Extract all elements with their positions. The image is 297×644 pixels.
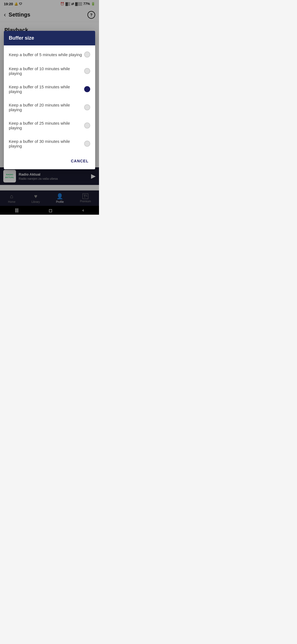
radio-option-20min[interactable]: Keep a buffer of 20 minutes while playin…	[4, 98, 95, 116]
dialog-header: Buffer size	[4, 31, 95, 45]
radio-option-25min[interactable]: Keep a buffer of 25 minutes while playin…	[4, 116, 95, 135]
radio-option-label-10min: Keep a buffer of 10 minutes while playin…	[9, 66, 84, 76]
cancel-button[interactable]: CANCEL	[69, 157, 91, 165]
radio-option-label-20min: Keep a buffer of 20 minutes while playin…	[9, 103, 84, 112]
radio-circle-5min	[84, 51, 90, 58]
android-menu-button[interactable]: |||	[15, 208, 18, 213]
radio-circle-10min	[84, 68, 90, 74]
radio-option-label-30min: Keep a buffer of 30 minutes while playin…	[9, 139, 84, 148]
dialog-actions: CANCEL	[4, 154, 95, 169]
radio-option-label-5min: Keep a buffer of 5 minutes while playing	[9, 52, 82, 57]
android-back-button[interactable]: ‹	[82, 208, 84, 213]
buffer-size-dialog: Buffer size Keep a buffer of 5 minutes w…	[4, 31, 95, 169]
radio-circle-30min	[84, 141, 90, 147]
radio-option-15min[interactable]: Keep a buffer of 15 minutes while playin…	[4, 80, 95, 98]
radio-option-10min[interactable]: Keep a buffer of 10 minutes while playin…	[4, 62, 95, 80]
radio-option-5min[interactable]: Keep a buffer of 5 minutes while playing	[4, 47, 95, 62]
radio-option-label-15min: Keep a buffer of 15 minutes while playin…	[9, 84, 84, 94]
radio-circle-15min	[84, 86, 90, 92]
dialog-body: Keep a buffer of 5 minutes while playing…	[4, 45, 95, 154]
radio-option-label-25min: Keep a buffer of 25 minutes while playin…	[9, 121, 84, 130]
android-nav-bar: ||| ◻ ‹	[0, 206, 99, 215]
dialog-title: Buffer size	[9, 35, 90, 41]
android-home-button[interactable]: ◻	[49, 208, 52, 213]
radio-circle-25min	[84, 122, 90, 129]
radio-option-30min[interactable]: Keep a buffer of 30 minutes while playin…	[4, 135, 95, 153]
radio-circle-20min	[84, 104, 90, 110]
